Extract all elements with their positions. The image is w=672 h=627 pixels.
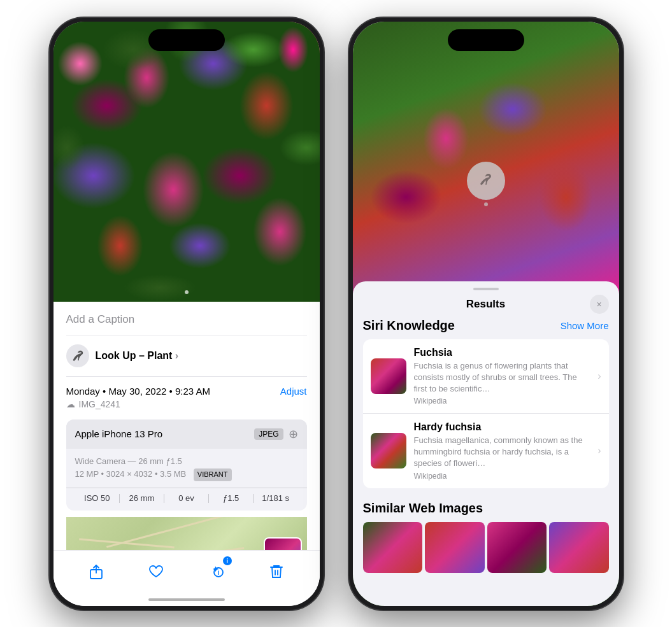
phone-1: Add a Caption Look Up – Plant › M bbox=[50, 18, 324, 610]
toolbar: i i bbox=[54, 550, 320, 606]
hardy-fuchsia-source: Wikipedia bbox=[414, 472, 590, 481]
fuchsia-thumbnail bbox=[371, 358, 406, 394]
info-button[interactable]: i i bbox=[203, 558, 231, 586]
fuchsia-source: Wikipedia bbox=[414, 397, 590, 405]
results-scroll[interactable]: Siri Knowledge Show More Fuchsia Fuchsia… bbox=[353, 318, 619, 605]
phone-screen-2: Results × Siri Knowledge Show More bbox=[353, 22, 619, 606]
map-road-2 bbox=[79, 539, 175, 549]
filename-row: ☁ IMG_4241 bbox=[66, 399, 210, 409]
lookup-icon-circle bbox=[66, 344, 89, 367]
date-row: Monday • May 30, 2022 • 9:23 AM ☁ IMG_42… bbox=[66, 377, 307, 413]
format-badge: JPEG bbox=[254, 428, 283, 440]
share-icon bbox=[88, 563, 104, 580]
knowledge-card: Fuchsia Fuchsia is a genus of flowering … bbox=[363, 339, 609, 488]
date-text: Monday • May 30, 2022 • 9:23 AM bbox=[66, 386, 210, 397]
exif-shutter: 1/181 s bbox=[254, 493, 298, 503]
camera-specs: Wide Camera — 26 mm ƒ1.5 12 MP • 3024 × … bbox=[66, 449, 307, 484]
screen-content-2: Results × Siri Knowledge Show More bbox=[353, 22, 619, 606]
info-badge: i bbox=[223, 556, 232, 565]
lookup-arrow: › bbox=[172, 350, 178, 361]
lookup-regular: Plant bbox=[145, 350, 173, 361]
device-card: Apple iPhone 13 Pro JPEG ⊕ Wide Camera —… bbox=[66, 419, 307, 511]
page-indicator-dot bbox=[185, 290, 189, 294]
sparkle-info-icon: i bbox=[208, 563, 225, 580]
trash-icon bbox=[269, 563, 284, 580]
exif-mm: 26 mm bbox=[120, 493, 164, 503]
screen-content-1: Add a Caption Look Up – Plant › M bbox=[54, 22, 320, 606]
web-image-3[interactable] bbox=[487, 522, 547, 573]
siri-indicator bbox=[467, 162, 505, 200]
fuchsia-content: Fuchsia Fuchsia is a genus of flowering … bbox=[414, 347, 590, 406]
results-panel: Results × Siri Knowledge Show More bbox=[353, 281, 619, 606]
exif-row: ISO 50 26 mm 0 ev ƒ1.5 1/181 s bbox=[66, 488, 307, 511]
fuchsia-description: Fuchsia is a genus of flowering plants t… bbox=[414, 360, 590, 395]
web-image-4[interactable] bbox=[549, 522, 609, 573]
web-images-row bbox=[363, 522, 609, 573]
hardy-fuchsia-content: Hardy fuchsia Fuchsia magellanica, commo… bbox=[414, 421, 590, 481]
exif-ev: 0 ev bbox=[164, 493, 209, 503]
fuchsia-chevron-icon: › bbox=[597, 370, 601, 382]
close-button[interactable]: × bbox=[590, 295, 609, 314]
phone-2: Results × Siri Knowledge Show More bbox=[349, 18, 623, 610]
vibrant-badge: VIBRANT bbox=[194, 468, 232, 481]
similar-images-title: Similar Web Images bbox=[363, 501, 483, 516]
hardy-fuchsia-name: Hardy fuchsia bbox=[414, 421, 590, 433]
knowledge-item-hardy-fuchsia[interactable]: Hardy fuchsia Fuchsia magellanica, commo… bbox=[363, 414, 609, 488]
results-header: Results × bbox=[353, 290, 619, 318]
lookup-bold: Look Up – bbox=[96, 350, 145, 361]
device-name: Apple iPhone 13 Pro bbox=[75, 428, 163, 439]
delete-button[interactable] bbox=[262, 558, 290, 586]
similar-images-header: Similar Web Images bbox=[363, 501, 609, 516]
results-title: Results bbox=[466, 298, 505, 311]
hardy-fuchsia-description: Fuchsia magellanica, commonly known as t… bbox=[414, 435, 590, 470]
hardy-fuchsia-chevron-icon: › bbox=[597, 445, 601, 456]
camera-spec-line1: Wide Camera — 26 mm ƒ1.5 bbox=[75, 455, 298, 468]
dynamic-island bbox=[148, 29, 225, 51]
leaf-icon bbox=[71, 349, 85, 363]
siri-knowledge-section-header: Siri Knowledge Show More bbox=[363, 318, 609, 333]
photo-area[interactable] bbox=[54, 22, 320, 302]
camera-spec-text: 12 MP • 3024 × 4032 • 3.5 MB bbox=[75, 469, 187, 479]
heart-icon bbox=[148, 563, 164, 580]
exif-aperture: ƒ1.5 bbox=[209, 493, 254, 503]
camera-spec-line2: 12 MP • 3024 × 4032 • 3.5 MB VIBRANT bbox=[75, 468, 298, 481]
date-info: Monday • May 30, 2022 • 9:23 AM ☁ IMG_42… bbox=[66, 386, 210, 409]
svg-text:i: i bbox=[217, 569, 219, 576]
exif-iso: ISO 50 bbox=[75, 493, 120, 503]
web-image-2[interactable] bbox=[425, 522, 485, 573]
location-icon: ⊕ bbox=[289, 427, 298, 441]
flower-green-overlay bbox=[54, 22, 320, 302]
close-label: × bbox=[596, 299, 601, 309]
cloud-icon: ☁ bbox=[66, 399, 75, 409]
device-header: Apple iPhone 13 Pro JPEG ⊕ bbox=[66, 419, 307, 449]
device-badges: JPEG ⊕ bbox=[254, 427, 297, 441]
adjust-button[interactable]: Adjust bbox=[280, 386, 307, 397]
web-image-1[interactable] bbox=[363, 522, 423, 573]
favorite-button[interactable] bbox=[142, 558, 170, 586]
home-indicator-1 bbox=[148, 598, 225, 601]
leaf-siri-icon bbox=[476, 171, 496, 191]
photo-info-area: Add a Caption Look Up – Plant › M bbox=[54, 302, 320, 590]
lookup-row[interactable]: Look Up – Plant › bbox=[66, 335, 307, 377]
share-button[interactable] bbox=[82, 558, 110, 586]
siri-knowledge-title: Siri Knowledge bbox=[363, 318, 455, 333]
similar-images-section: Similar Web Images bbox=[363, 501, 609, 573]
filename-text: IMG_4241 bbox=[79, 399, 120, 409]
dynamic-island-2 bbox=[448, 29, 524, 51]
phone-screen-1: Add a Caption Look Up – Plant › M bbox=[54, 22, 320, 606]
fuchsia-name: Fuchsia bbox=[414, 347, 590, 358]
knowledge-item-fuchsia[interactable]: Fuchsia Fuchsia is a genus of flowering … bbox=[363, 339, 609, 414]
siri-dot bbox=[484, 202, 488, 206]
caption-input[interactable]: Add a Caption bbox=[66, 311, 307, 335]
show-more-button[interactable]: Show More bbox=[561, 320, 609, 331]
lookup-text: Look Up – Plant › bbox=[96, 350, 179, 362]
hardy-fuchsia-thumbnail bbox=[371, 433, 406, 468]
